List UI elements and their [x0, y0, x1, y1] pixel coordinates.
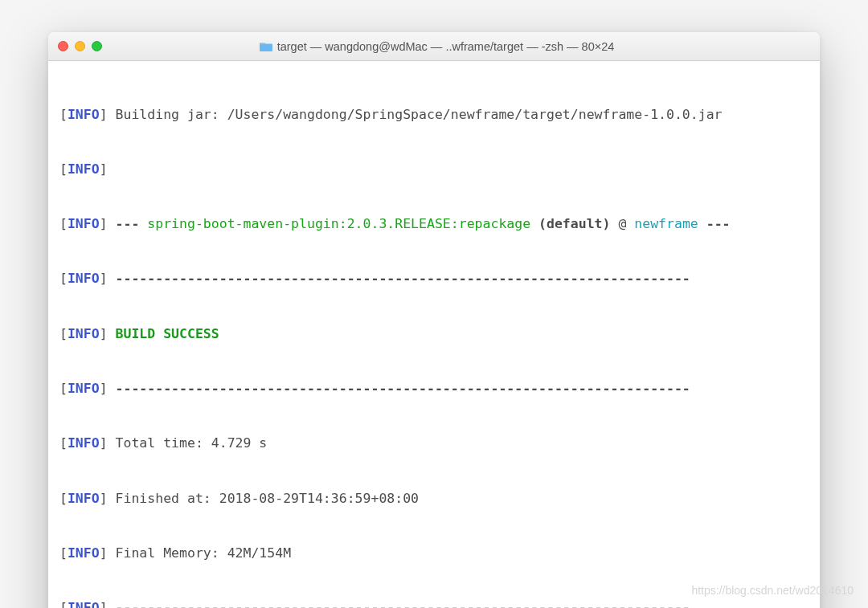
folder-icon	[260, 41, 272, 51]
build-line: [INFO]	[59, 161, 809, 179]
terminal-window: target — wangdong@wdMac — ..wframe/targe…	[48, 32, 820, 608]
build-line: [INFO] Final Memory: 42M/154M	[59, 545, 809, 563]
build-line: [INFO] --- spring-boot-maven-plugin:2.0.…	[59, 215, 809, 234]
build-line: [INFO] ---------------------------------…	[59, 599, 809, 608]
window-title: target — wangdong@wdMac — ..wframe/targe…	[63, 40, 810, 53]
build-line: [INFO] Total time: 4.729 s	[59, 435, 809, 453]
build-line: [INFO] BUILD SUCCESS	[59, 325, 809, 344]
build-line: [INFO] ---------------------------------…	[59, 270, 809, 288]
build-line: [INFO] Finished at: 2018-08-29T14:36:59+…	[59, 490, 809, 508]
watermark: https://blog.csdn.net/wd2014610	[691, 584, 854, 597]
build-line: [INFO] Building jar: /Users/wangdong/Spr…	[59, 106, 809, 124]
window-titlebar: target — wangdong@wdMac — ..wframe/targe…	[48, 32, 820, 61]
window-title-text: target — wangdong@wdMac — ..wframe/targe…	[277, 40, 615, 53]
build-line: [INFO] ---------------------------------…	[59, 380, 809, 398]
terminal-content[interactable]: [INFO] Building jar: /Users/wangdong/Spr…	[48, 61, 820, 608]
